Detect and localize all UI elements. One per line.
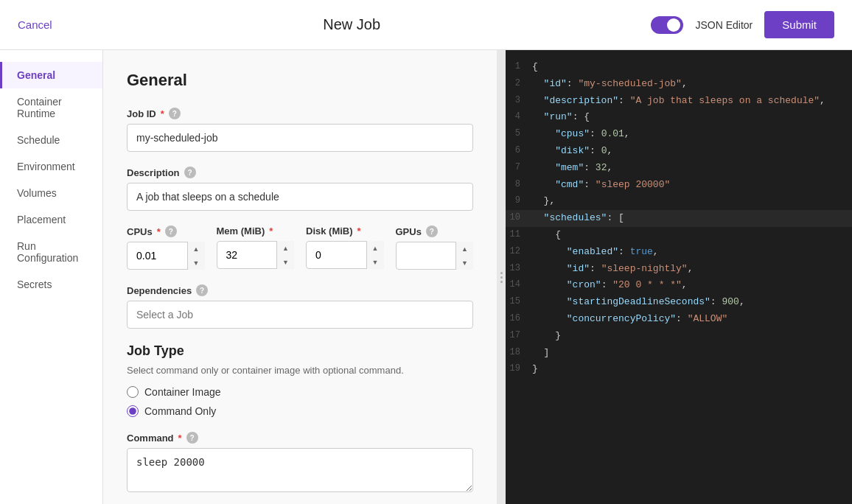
cpus-up[interactable]: ▲ [188, 242, 205, 256]
disk-up[interactable]: ▲ [367, 241, 384, 255]
cpus-required: * [157, 226, 161, 237]
cpus-input-wrap: ▲ ▼ [127, 242, 205, 270]
json-line: 12 "enabled": true, [506, 244, 852, 261]
main-content: General Container Runtime Schedule Envir… [0, 50, 852, 504]
gpus-group: GPUs ? ▲ ▼ [396, 225, 474, 270]
job-type-radio-group: Container Image Command Only [127, 386, 473, 417]
header: Cancel New Job JSON Editor Submit [0, 0, 852, 50]
job-id-label: Job ID * ? [127, 108, 473, 119]
cpus-group: CPUs * ? ▲ ▼ [127, 225, 205, 270]
json-line: 15 "startingDeadlineSeconds": 900, [506, 294, 852, 311]
description-label: Description ? [127, 167, 473, 178]
json-line: 9 }, [506, 193, 852, 210]
container-image-radio[interactable] [127, 386, 139, 398]
json-line: 13 "id": "sleep-nightly", [506, 261, 852, 278]
mem-input-wrap: ▲ ▼ [217, 241, 295, 269]
json-line: 2 "id": "my-scheduled-job", [506, 76, 852, 93]
gpus-spinner: ▲ ▼ [455, 242, 473, 270]
sidebar-item-general[interactable]: General [0, 62, 102, 88]
dependencies-input[interactable] [127, 301, 473, 329]
json-line: 18 ] [506, 345, 852, 362]
command-help-icon[interactable]: ? [186, 432, 198, 444]
job-id-help-icon[interactable]: ? [169, 108, 181, 119]
cpus-help-icon[interactable]: ? [165, 225, 177, 237]
submit-button[interactable]: Submit [764, 11, 834, 38]
json-line: 11 { [506, 227, 852, 244]
form-area: General Job ID * ? Description ? CPUs * [103, 50, 497, 504]
gpus-help-icon[interactable]: ? [426, 225, 438, 237]
cpus-spinner: ▲ ▼ [187, 242, 205, 270]
required-marker: * [161, 108, 164, 119]
json-line: 16 "concurrencyPolicy": "ALLOW" [506, 311, 852, 328]
description-help-icon[interactable]: ? [184, 167, 196, 178]
sidebar-item-volumes[interactable]: Volumes [0, 180, 102, 206]
json-line: 7 "mem": 32, [506, 160, 852, 177]
panel-divider[interactable] [497, 50, 506, 504]
job-type-section: Job Type Select command only or containe… [127, 343, 473, 417]
resources-row: CPUs * ? ▲ ▼ Mem (MiB) * [127, 225, 473, 270]
disk-required: * [357, 225, 361, 237]
command-input[interactable] [127, 448, 473, 492]
json-editor-toggle[interactable] [651, 16, 683, 34]
json-line: 5 "cpus": 0.01, [506, 126, 852, 143]
json-editor-panel: 1{2 "id": "my-scheduled-job",3 "descript… [506, 50, 852, 504]
disk-group: Disk (MiB) * ▲ ▼ [306, 225, 384, 270]
mem-up[interactable]: ▲ [277, 241, 294, 255]
dependencies-help-icon[interactable]: ? [196, 284, 208, 296]
job-type-desc: Select command only or container image w… [127, 365, 473, 376]
mem-group: Mem (MiB) * ▲ ▼ [217, 225, 295, 270]
form-section-title: General [127, 71, 473, 90]
sidebar-item-environment[interactable]: Environment [0, 153, 102, 180]
command-required: * [178, 433, 182, 444]
page-title: New Job [323, 16, 380, 33]
mem-down[interactable]: ▼ [277, 255, 294, 269]
disk-spinner: ▲ ▼ [366, 241, 384, 269]
sidebar-item-placement[interactable]: Placement [0, 206, 102, 233]
json-line: 17 } [506, 328, 852, 345]
gpus-input-wrap: ▲ ▼ [396, 242, 474, 270]
sidebar-item-schedule[interactable]: Schedule [0, 127, 102, 153]
sidebar-item-container-runtime[interactable]: Container Runtime [0, 88, 102, 127]
command-label: Command * ? [127, 432, 473, 444]
job-type-title: Job Type [127, 343, 473, 359]
gpus-up[interactable]: ▲ [456, 242, 473, 256]
mem-label: Mem (MiB) * [217, 225, 295, 237]
json-line: 19} [506, 361, 852, 378]
job-id-group: Job ID * ? [127, 108, 473, 152]
sidebar-item-run-configuration[interactable]: Run Configuration [0, 233, 102, 271]
command-only-radio[interactable] [127, 405, 139, 417]
disk-label: Disk (MiB) * [306, 225, 384, 237]
json-line: 10 "schedules": [ [506, 210, 852, 227]
json-line: 8 "cmd": "sleep 20000" [506, 177, 852, 194]
cpus-down[interactable]: ▼ [188, 256, 205, 270]
cpus-label: CPUs * ? [127, 225, 205, 237]
sidebar: General Container Runtime Schedule Envir… [0, 50, 103, 504]
cancel-button[interactable]: Cancel [18, 18, 52, 31]
header-right: JSON Editor Submit [651, 11, 834, 38]
container-image-option[interactable]: Container Image [127, 386, 473, 398]
mem-spinner: ▲ ▼ [276, 241, 294, 269]
disk-down[interactable]: ▼ [367, 255, 384, 269]
json-line: 4 "run": { [506, 109, 852, 126]
dependencies-label: Dependencies ? [127, 284, 473, 296]
gpus-down[interactable]: ▼ [456, 256, 473, 270]
description-group: Description ? [127, 167, 473, 211]
command-only-option[interactable]: Command Only [127, 405, 473, 417]
job-id-input[interactable] [127, 124, 473, 152]
mem-required: * [269, 225, 273, 237]
json-line: 3 "description": "A job that sleeps on a… [506, 93, 852, 110]
sidebar-item-secrets[interactable]: Secrets [0, 271, 102, 298]
description-input[interactable] [127, 183, 473, 211]
divider-handle [500, 272, 503, 283]
json-editor-label: JSON Editor [695, 19, 753, 31]
disk-input-wrap: ▲ ▼ [306, 241, 384, 269]
gpus-label: GPUs ? [396, 225, 474, 237]
json-line: 14 "cron": "20 0 * * *", [506, 277, 852, 294]
json-line: 6 "disk": 0, [506, 143, 852, 160]
dependencies-group: Dependencies ? [127, 284, 473, 329]
json-line: 1{ [506, 59, 852, 76]
command-group: Command * ? [127, 432, 473, 494]
